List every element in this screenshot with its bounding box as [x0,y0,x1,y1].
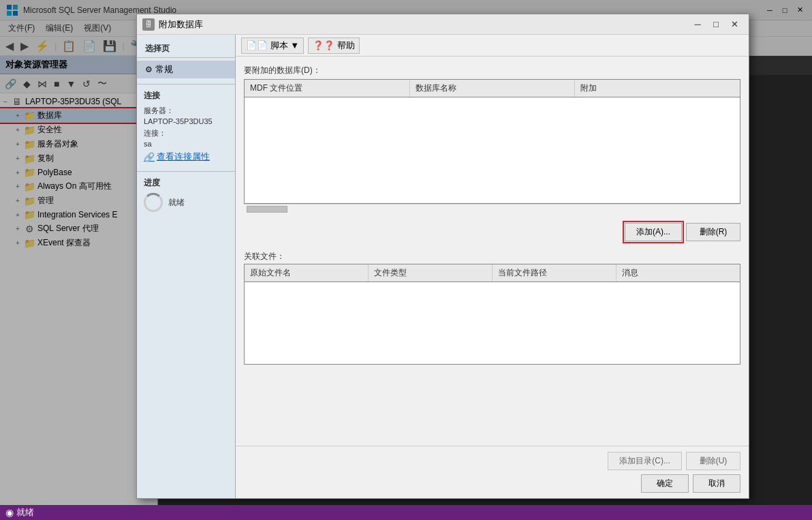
help-label: ❓ 帮助 [324,40,355,52]
orig-filename-col: 原始文件名 [245,264,369,281]
dialog-title: 附加数据库 [159,18,689,31]
attach-col-header: 附加 [575,80,740,97]
connection-link-text: 查看连接属性 [157,151,210,163]
add-button[interactable]: 添加(A)... [625,223,682,241]
dialog-close-btn[interactable]: ✕ [725,17,743,32]
filetype-col: 文件类型 [369,264,493,281]
help-icon: ❓ [313,40,324,50]
progress-title: 进度 [144,177,228,189]
connect-label: 连接： [144,128,228,138]
db-table-scrollbar[interactable] [244,204,740,213]
db-table-header: MDF 文件位置 数据库名称 附加 [245,80,740,97]
dialog-title-buttons: ─ □ ✕ [689,17,743,32]
view-connection-link[interactable]: 🔗 查看连接属性 [144,151,228,163]
connection-section: 连接 服务器： LAPTOP-35P3DU35 连接： sa 🔗 查看连接属性 [137,84,235,168]
dialog-bottom-row: 添加目录(C)... 删除(U) 确定 取消 [236,446,749,498]
db-to-attach-label: 要附加的数据库(D)： [244,65,740,76]
ok-btn[interactable]: 确定 [641,474,689,493]
server-value: LAPTOP-35P3DU35 [144,117,228,125]
cancel-btn[interactable]: 取消 [693,474,740,493]
dialog-toolbar: 📄 📄 脚本 ▼ ❓ ❓ 帮助 [236,35,749,57]
nav-general-icon: ⚙ [145,65,153,74]
ide-window: Microsoft SQL Server Management Studio ─… [0,0,812,520]
help-btn[interactable]: ❓ ❓ 帮助 [308,37,360,54]
dialog-icon: 🗄 [142,18,155,31]
related-files-table: 原始文件名 文件类型 当前文件路径 消息 [244,264,740,365]
progress-text: 就绪 [168,197,185,209]
nav-general-label: 常规 [155,63,173,76]
progress-row: 就绪 [144,193,228,212]
status-icon: ◉ [5,507,14,518]
cur-filepath-col: 当前文件路径 [493,264,616,281]
dialog-content: 要附加的数据库(D)： MDF 文件位置 数据库名称 附加 [236,57,749,446]
dialog-maximize-btn[interactable]: □ [707,17,725,32]
script-btn[interactable]: 📄 📄 脚本 ▼ [241,37,304,54]
dialog-body: 选择页 ⚙ 常规 连接 服务器： LAPTOP-35P3DU35 连接： sa … [137,35,749,498]
nav-general[interactable]: ⚙ 常规 [137,61,235,78]
db-to-attach-section: 要附加的数据库(D)： MDF 文件位置 数据库名称 附加 [244,65,740,213]
connect-value: sa [144,140,228,148]
remove-button[interactable]: 删除(R) [686,223,740,241]
bottom-actions-bottom: 确定 取消 [244,474,740,493]
mdf-col-header: MDF 文件位置 [245,80,410,97]
select-page-header: 选择页 [137,40,235,58]
related-files-section: 关联文件： 原始文件名 文件类型 当前文件路径 消息 [244,251,740,365]
status-text: 就绪 [16,506,34,519]
message-col: 消息 [616,264,740,281]
bottom-actions-top: 添加目录(C)... 删除(U) [244,452,740,470]
progress-section: 进度 就绪 [137,171,235,217]
related-table-body [245,282,740,364]
connection-link-icon: 🔗 [144,152,155,162]
server-label: 服务器： [144,106,228,116]
script-label: 📄 脚本 ▼ [257,40,299,52]
dialog-left-panel: 选择页 ⚙ 常规 连接 服务器： LAPTOP-35P3DU35 连接： sa … [137,35,236,498]
scroll-thumb[interactable] [247,206,287,213]
delete-btn[interactable]: 删除(U) [686,452,740,470]
dialog-minimize-btn[interactable]: ─ [689,17,706,32]
db-table-body [245,97,740,203]
add-dir-btn[interactable]: 添加目录(C)... [608,452,682,470]
attach-database-dialog: 🗄 附加数据库 ─ □ ✕ 选择页 ⚙ 常规 连接 服务器： [136,14,749,499]
dbname-col-header: 数据库名称 [410,80,576,97]
progress-spinner [144,193,163,212]
script-icon: 📄 [246,40,257,50]
related-files-label: 关联文件： [244,251,740,262]
connection-title: 连接 [144,90,228,102]
dialog-title-bar: 🗄 附加数据库 ─ □ ✕ [137,14,749,35]
dialog-right-panel: 📄 📄 脚本 ▼ ❓ ❓ 帮助 要附加的数据库(D)： [236,35,749,498]
status-bar: ◉ 就绪 [0,505,812,520]
related-table-header: 原始文件名 文件类型 当前文件路径 消息 [245,264,740,282]
add-remove-row: 添加(A)... 删除(R) [244,220,740,244]
db-to-attach-table: MDF 文件位置 数据库名称 附加 [244,79,740,204]
